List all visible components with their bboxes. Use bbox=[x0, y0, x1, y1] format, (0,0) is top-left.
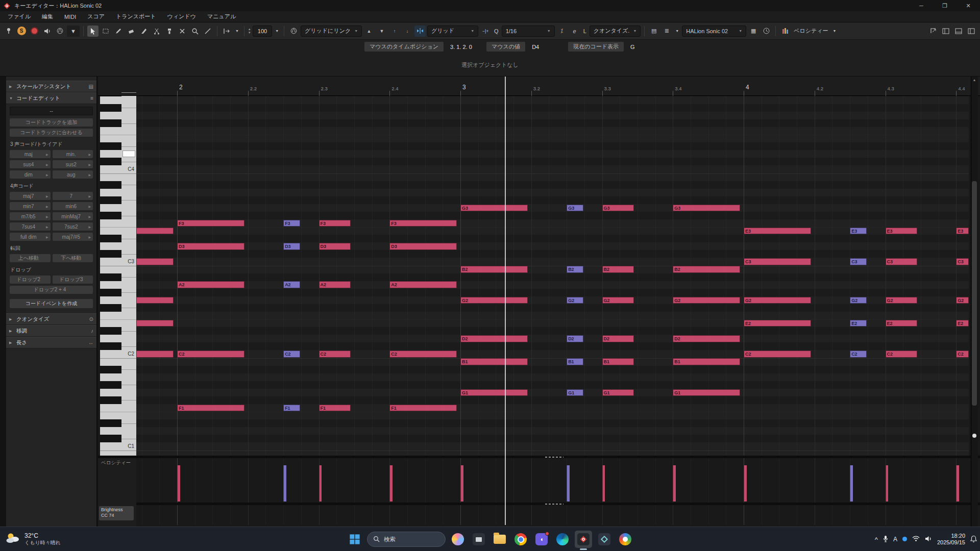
piano-key-black[interactable] bbox=[100, 419, 121, 427]
piano-key-black[interactable] bbox=[100, 327, 121, 335]
midi-note[interactable]: C3 bbox=[956, 258, 969, 265]
midi-note[interactable]: E2 bbox=[744, 320, 811, 327]
velocity-bar[interactable] bbox=[850, 465, 853, 502]
midi-note[interactable]: G2 bbox=[460, 297, 528, 304]
midi-note[interactable]: G2 bbox=[886, 297, 917, 304]
sidebar-section-header[interactable]: ▶移調♪ bbox=[6, 325, 96, 337]
midi-note[interactable]: E2 bbox=[956, 320, 969, 327]
midi-note[interactable]: A2 bbox=[319, 281, 351, 288]
grid-adjust-icon[interactable]: −|+ bbox=[480, 26, 491, 37]
midi-note[interactable]: B1 bbox=[602, 358, 634, 365]
piano-key-black[interactable] bbox=[100, 435, 121, 442]
search-box[interactable]: 検索 bbox=[367, 532, 446, 547]
minimize-button[interactable]: ─ bbox=[910, 0, 933, 11]
midi-note[interactable]: G2 bbox=[567, 297, 583, 304]
chord-type-button[interactable]: 7▶ bbox=[53, 192, 93, 200]
midi-note[interactable]: C2 bbox=[319, 350, 351, 358]
chord-type-button[interactable]: ドロップ2 + 4 bbox=[10, 286, 93, 294]
left-zone-toggle-icon[interactable] bbox=[940, 26, 951, 37]
midi-note[interactable]: A2 bbox=[389, 281, 457, 288]
chord-type-button[interactable]: 7sus4▶ bbox=[10, 222, 51, 231]
clock-icon[interactable] bbox=[761, 26, 772, 37]
chord-type-button[interactable]: maj7/#5▶ bbox=[53, 233, 93, 241]
midi-note[interactable]: B2 bbox=[673, 266, 740, 273]
midi-note[interactable]: B2 bbox=[567, 266, 583, 273]
menu-item[interactable]: 編集 bbox=[36, 13, 59, 20]
midi-note[interactable]: D2 bbox=[460, 335, 528, 342]
insert-velocity-box[interactable]: 100 bbox=[253, 26, 272, 37]
midi-note[interactable] bbox=[136, 320, 174, 327]
window-layout-icon[interactable] bbox=[966, 26, 977, 37]
midi-note[interactable]: G3 bbox=[567, 205, 583, 212]
chord-track-button[interactable]: コードトラックに合わせる bbox=[10, 129, 93, 137]
input-icon[interactable] bbox=[54, 26, 65, 37]
midi-note[interactable]: G1 bbox=[673, 389, 740, 396]
layers-icon[interactable]: ≣ bbox=[661, 26, 672, 37]
midi-note[interactable]: F1 bbox=[319, 405, 351, 412]
quantize-panel-button[interactable]: e bbox=[569, 26, 580, 37]
menu-item[interactable]: ファイル bbox=[2, 13, 36, 20]
menu-item[interactable]: MIDI bbox=[59, 14, 82, 20]
midi-note[interactable]: C2 bbox=[956, 350, 969, 358]
midi-note[interactable]: C2 bbox=[850, 350, 867, 358]
wifi-icon[interactable] bbox=[912, 536, 920, 543]
trim-tool[interactable] bbox=[138, 26, 150, 37]
piano-key-black[interactable] bbox=[100, 273, 121, 281]
chord-type-button[interactable]: 7sus2▶ bbox=[53, 222, 93, 231]
midi-note[interactable]: C3 bbox=[886, 258, 917, 265]
midi-note[interactable]: B2 bbox=[460, 266, 528, 273]
glue-tool[interactable] bbox=[164, 26, 175, 37]
velocity-bar[interactable] bbox=[389, 465, 393, 502]
midi-note[interactable] bbox=[136, 350, 174, 358]
info-field-value[interactable]: 3. 1. 2. 0 bbox=[444, 44, 486, 50]
chord-type-button[interactable]: aug▶ bbox=[53, 170, 93, 179]
chord-type-button[interactable]: 上へ移動 bbox=[10, 254, 51, 262]
midi-note[interactable]: G3 bbox=[673, 205, 740, 212]
midi-note[interactable]: C3 bbox=[744, 258, 811, 265]
piano-key-black[interactable] bbox=[100, 158, 121, 165]
volume-icon[interactable] bbox=[925, 536, 932, 543]
solo-button[interactable]: S bbox=[16, 26, 27, 37]
velocity-bar[interactable] bbox=[956, 465, 959, 502]
midi-note[interactable]: G2 bbox=[744, 297, 811, 304]
chord-type-button[interactable]: 下へ移動 bbox=[53, 254, 93, 262]
chat-icon[interactable]: ◖ bbox=[533, 531, 550, 548]
midi-note[interactable]: F1 bbox=[283, 405, 300, 412]
piano-key-black[interactable] bbox=[100, 142, 121, 150]
chevron-down-icon[interactable]: ▼ bbox=[67, 26, 80, 37]
bluetooth-icon[interactable] bbox=[902, 536, 907, 543]
midi-note[interactable]: D3 bbox=[319, 243, 351, 250]
search-pill[interactable]: 検索 bbox=[367, 532, 446, 547]
piano-key-black[interactable] bbox=[100, 289, 121, 296]
box-icon[interactable] bbox=[596, 531, 613, 548]
divider-handle[interactable] bbox=[545, 457, 564, 458]
velocity-bar[interactable] bbox=[319, 465, 322, 502]
midi-note[interactable] bbox=[136, 297, 174, 304]
move-up-icon[interactable]: ↑ bbox=[389, 26, 400, 37]
explorer-icon[interactable] bbox=[491, 531, 508, 548]
midi-note[interactable]: D3 bbox=[283, 243, 300, 250]
bell-icon[interactable] bbox=[970, 535, 977, 544]
zoom-dot[interactable] bbox=[972, 434, 976, 438]
edge-icon[interactable] bbox=[554, 531, 571, 548]
chord-type-button[interactable]: min6▶ bbox=[53, 202, 93, 210]
piano-key-black[interactable] bbox=[100, 181, 121, 189]
lane-divider[interactable] bbox=[98, 456, 980, 458]
maximize-button[interactable]: ❐ bbox=[933, 0, 957, 11]
chevron-down-icon[interactable]: ▼ bbox=[831, 29, 838, 33]
velocity-bar[interactable] bbox=[602, 465, 605, 502]
midi-note[interactable]: G1 bbox=[602, 389, 634, 396]
midi-note[interactable]: F3 bbox=[389, 220, 457, 227]
midi-note[interactable]: G1 bbox=[460, 389, 528, 396]
piano-key-black[interactable] bbox=[100, 250, 121, 258]
info-field-value[interactable]: D4 bbox=[525, 44, 568, 50]
menu-item[interactable]: スコア bbox=[82, 13, 110, 20]
split-tool[interactable] bbox=[151, 26, 162, 37]
midi-note[interactable]: E2 bbox=[886, 320, 917, 327]
cc-lane-label[interactable]: BrightnessCC 74 bbox=[99, 506, 134, 520]
velocity-bar[interactable] bbox=[673, 465, 676, 502]
create-chord-event-button[interactable]: コードイベントを作成 bbox=[10, 299, 93, 308]
sidebar-section-header[interactable]: ▶長さ↔ bbox=[6, 337, 96, 348]
chord-type-button[interactable]: dim▶ bbox=[10, 170, 51, 179]
erase-tool[interactable] bbox=[126, 26, 137, 37]
